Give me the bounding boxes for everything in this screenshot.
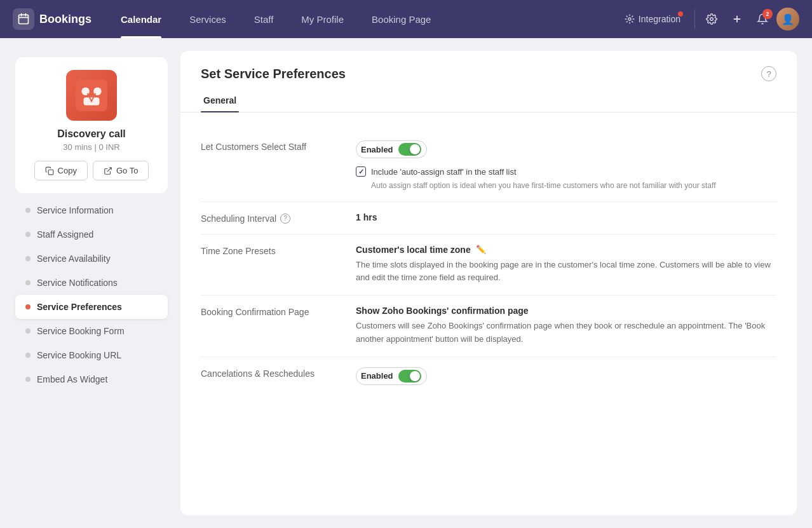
toggle-switch-customers[interactable] <box>398 143 421 156</box>
settings-button[interactable] <box>700 8 723 30</box>
sidebar-dot <box>25 328 30 334</box>
app-logo[interactable]: Bookings <box>13 8 91 30</box>
sidebar-dot <box>25 280 30 285</box>
field-label-scheduling: Scheduling Interval ? <box>201 212 341 224</box>
app-name: Bookings <box>39 13 91 26</box>
service-meta: 30 mins | 0 INR <box>25 142 158 152</box>
sidebar-item-service-notifications[interactable]: Service Notifications <box>15 271 168 295</box>
tab-general[interactable]: General <box>201 89 239 112</box>
field-label-let-customers: Let Customers Select Staff <box>201 140 341 152</box>
nav-item-my-profile[interactable]: My Profile <box>287 0 358 38</box>
goto-button[interactable]: Go To <box>93 161 149 180</box>
sidebar-dot <box>25 256 30 261</box>
nav-item-booking-page[interactable]: Booking Page <box>358 0 445 38</box>
sidebar-dot <box>25 232 30 237</box>
timezone-title: Customer's local time zone ✏️ <box>356 245 776 255</box>
field-label-cancelations: Cancelations & Reschedules <box>201 367 341 379</box>
scheduling-help-icon[interactable]: ? <box>280 213 290 224</box>
add-button[interactable] <box>726 8 748 30</box>
sidebar-dot <box>25 353 30 358</box>
navbar: Bookings Calendar Services Staff My Prof… <box>0 0 812 38</box>
sidebar-dot <box>25 377 30 382</box>
cancelations-toggle[interactable]: Enabled <box>356 367 427 385</box>
sidebar-item-embed-as-widget[interactable]: Embed As Widget <box>15 367 168 391</box>
field-label-booking-confirmation: Booking Confirmation Page <box>201 306 341 317</box>
sidebar-dot-active <box>25 304 30 309</box>
svg-rect-3 <box>76 79 107 111</box>
field-value-scheduling: 1 hrs <box>356 212 776 222</box>
sidebar-item-service-information[interactable]: Service Information <box>15 198 168 222</box>
field-booking-confirmation: Booking Confirmation Page Show Zoho Book… <box>201 295 776 357</box>
sidebar-dot <box>25 208 30 213</box>
sidebar-item-staff-assigned[interactable]: Staff Assigned <box>15 222 168 247</box>
field-let-customers-select-staff: Let Customers Select Staff Enabled ✓ Inc… <box>201 130 776 202</box>
field-value-booking-confirmation: Show Zoho Bookings' confirmation page Cu… <box>356 306 776 346</box>
content-title: Set Service Preferences <box>201 67 346 81</box>
svg-rect-0 <box>19 15 29 24</box>
logo-icon <box>13 8 34 30</box>
sidebar-item-service-booking-url[interactable]: Service Booking URL <box>15 343 168 367</box>
main-layout: Discovery call 30 mins | 0 INR Copy Go T… <box>0 38 812 528</box>
field-cancelations-reschedules: Cancelations & Reschedules Enabled <box>201 357 776 395</box>
service-title: Discovery call <box>25 128 158 140</box>
timezone-edit-icon[interactable]: ✏️ <box>476 245 486 254</box>
notification-badge: 2 <box>762 9 773 19</box>
content-tabs: General <box>180 89 797 112</box>
nav-right: Integration 2 👤 <box>616 8 799 30</box>
nav-item-calendar[interactable]: Calendar <box>107 0 175 38</box>
nav-item-services[interactable]: Services <box>175 0 240 38</box>
nav-divider <box>694 10 695 29</box>
user-avatar[interactable]: 👤 <box>776 8 799 30</box>
nav-item-staff[interactable]: Staff <box>240 0 288 38</box>
service-thumbnail <box>66 70 117 121</box>
field-timezone-presets: Time Zone Presets Customer's local time … <box>201 234 776 296</box>
integration-dot <box>678 11 683 17</box>
field-scheduling-interval: Scheduling Interval ? 1 hrs <box>201 202 776 234</box>
field-value-timezone: Customer's local time zone ✏️ The time s… <box>356 245 776 285</box>
auto-assign-checkbox[interactable]: ✓ <box>356 166 366 177</box>
form-body: Let Customers Select Staff Enabled ✓ Inc… <box>180 112 797 413</box>
sidebar-item-service-availability[interactable]: Service Availability <box>15 247 168 271</box>
let-customers-toggle[interactable]: Enabled <box>356 140 427 158</box>
toggle-switch-cancelations[interactable] <box>398 370 421 382</box>
copy-button[interactable]: Copy <box>34 161 88 180</box>
content-header: Set Service Preferences ? <box>180 51 797 81</box>
svg-point-2 <box>710 18 714 21</box>
avatar-image: 👤 <box>776 8 799 30</box>
svg-point-1 <box>628 18 631 20</box>
notifications-button[interactable]: 2 <box>751 8 774 30</box>
sidebar-item-service-booking-form[interactable]: Service Booking Form <box>15 319 168 343</box>
sidebar-item-service-preferences[interactable]: Service Preferences <box>15 295 168 319</box>
nav-items: Calendar Services Staff My Profile Booki… <box>107 0 616 38</box>
svg-rect-7 <box>48 170 53 175</box>
sidebar: Discovery call 30 mins | 0 INR Copy Go T… <box>15 51 168 515</box>
field-label-timezone: Time Zone Presets <box>201 245 341 256</box>
auto-assign-checkbox-row: ✓ Include 'auto-assign staff' in the sta… <box>356 166 776 191</box>
sidebar-nav: Service Information Staff Assigned Servi… <box>15 198 168 391</box>
integration-button[interactable]: Integration <box>616 10 689 28</box>
field-value-cancelations: Enabled <box>356 367 776 385</box>
field-value-let-customers: Enabled ✓ Include 'auto-assign staff' in… <box>356 140 776 191</box>
service-card: Discovery call 30 mins | 0 INR Copy Go T… <box>15 57 168 193</box>
content-panel: Set Service Preferences ? General Let Cu… <box>180 51 797 515</box>
help-icon[interactable]: ? <box>761 66 776 81</box>
service-actions: Copy Go To <box>25 161 158 180</box>
